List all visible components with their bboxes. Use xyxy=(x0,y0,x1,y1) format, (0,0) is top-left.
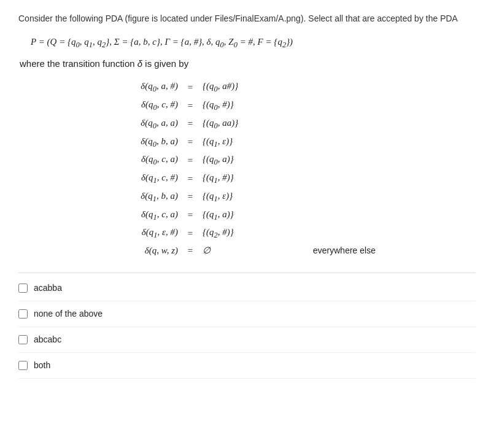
t-eq: = xyxy=(178,172,203,186)
t-left: δ(q0, c, a) xyxy=(55,152,178,168)
t-eq: = xyxy=(178,99,203,113)
everywhere-else-note: everywhere else xyxy=(313,244,376,257)
transition-row: δ(q1, c, #) = {(q1, #)} xyxy=(55,171,476,187)
transition-row: δ(q0, b, a) = {(q1, ε)} xyxy=(55,134,476,150)
t-left: δ(q0, a, a) xyxy=(55,116,178,132)
t-eq: = xyxy=(178,135,203,149)
option-acabba[interactable]: acabba xyxy=(18,276,476,301)
options-section: acabba none of the above abcabc both xyxy=(18,272,476,379)
t-eq: = xyxy=(178,208,203,222)
transition-row: δ(q1, b, a) = {(q1, ε)} xyxy=(55,189,476,205)
t-right: {(q0, #)} xyxy=(203,98,301,114)
t-left: δ(q0, c, #) xyxy=(55,98,178,114)
t-right: {(q1, #)} xyxy=(203,171,301,187)
t-right: {(q0, a)} xyxy=(203,152,301,168)
t-left: δ(q0, b, a) xyxy=(55,134,178,150)
t-right: {(q0, a#)} xyxy=(203,79,301,95)
transition-row: δ(q0, c, a) = {(q0, a)} xyxy=(55,152,476,168)
t-right: {(q1, ε)} xyxy=(203,189,301,205)
checkbox-none[interactable] xyxy=(18,309,28,319)
t-eq: = xyxy=(178,190,203,204)
t-eq: = xyxy=(178,226,203,241)
t-right: {(q2, #)} xyxy=(203,225,301,241)
option-abcabc[interactable]: abcabc xyxy=(18,327,476,353)
transition-row: δ(q0, c, #) = {(q0, #)} xyxy=(55,98,476,114)
t-eq: = xyxy=(178,80,203,95)
t-left: δ(q0, a, #) xyxy=(55,79,178,95)
t-left: δ(q1, ε, #) xyxy=(55,225,178,241)
t-eq: = xyxy=(178,153,203,168)
checkbox-abcabc[interactable] xyxy=(18,335,28,344)
transition-row: δ(q0, a, #) = {(q0, a#)} xyxy=(55,79,476,95)
option-both-label: both xyxy=(34,359,50,372)
transition-row: δ(q1, c, a) = {(q1, a)} xyxy=(55,207,476,223)
transition-row: δ(q, w, z) = ∅ everywhere else xyxy=(55,244,476,258)
main-formula: P = (Q = {q0, q1, q2}, Σ = {a, b, c}, Γ … xyxy=(31,35,476,51)
checkbox-both[interactable] xyxy=(18,361,28,370)
t-left: δ(q1, c, a) xyxy=(55,207,178,223)
transition-heading: where the transition function δ is given… xyxy=(20,57,476,71)
option-both[interactable]: both xyxy=(18,353,476,379)
option-none[interactable]: none of the above xyxy=(18,301,476,327)
intro-text: Consider the following PDA (figure is lo… xyxy=(18,12,476,25)
transition-row: δ(q0, a, a) = {(q0, aa)} xyxy=(55,116,476,132)
t-eq: = xyxy=(178,117,203,131)
checkbox-acabba[interactable] xyxy=(18,284,28,293)
transition-row: δ(q1, ε, #) = {(q2, #)} xyxy=(55,225,476,241)
option-abcabc-label: abcabc xyxy=(34,333,61,346)
t-right: {(q0, aa)} xyxy=(203,116,301,132)
t-left: δ(q1, c, #) xyxy=(55,171,178,187)
t-eq: = xyxy=(178,244,203,258)
option-acabba-label: acabba xyxy=(34,282,62,295)
transition-table: δ(q0, a, #) = {(q0, a#)} δ(q0, c, #) = {… xyxy=(55,79,476,257)
option-none-label: none of the above xyxy=(34,307,102,320)
t-left: δ(q, w, z) xyxy=(55,244,178,258)
t-right: ∅ xyxy=(203,244,301,258)
t-left: δ(q1, b, a) xyxy=(55,189,178,205)
t-right: {(q1, ε)} xyxy=(203,134,301,150)
t-right: {(q1, a)} xyxy=(203,207,301,223)
